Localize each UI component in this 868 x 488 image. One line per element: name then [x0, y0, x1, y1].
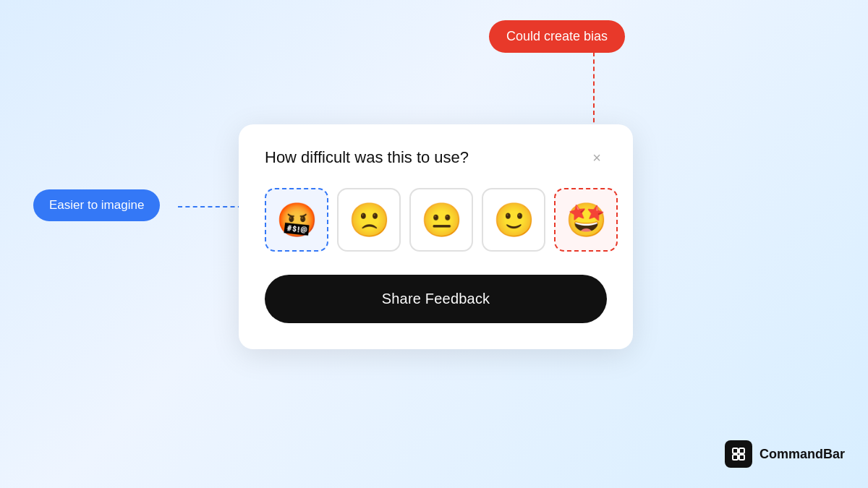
share-feedback-button[interactable]: Share Feedback: [265, 275, 607, 323]
imagine-bubble-label: Easier to imagine: [49, 198, 144, 212]
commandbar-name: CommandBar: [760, 447, 845, 462]
emoji-option-very-easy[interactable]: 🤩: [554, 188, 618, 252]
close-button[interactable]: ×: [587, 147, 607, 168]
bias-bubble: Could create bias: [489, 20, 625, 53]
commandbar-logo: CommandBar: [725, 440, 845, 468]
emoji-options-row: 🤬 🙁 😐 🙂 🤩: [265, 188, 607, 252]
svg-rect-1: [739, 448, 744, 453]
svg-rect-2: [733, 455, 738, 460]
emoji-option-neutral[interactable]: 😐: [409, 188, 473, 252]
bias-bubble-label: Could create bias: [506, 29, 608, 43]
svg-rect-0: [733, 448, 738, 453]
feedback-dialog: How difficult was this to use? × 🤬 🙁 😐 🙂…: [239, 124, 633, 349]
emoji-option-very-difficult[interactable]: 🤬: [265, 188, 328, 252]
emoji-option-difficult[interactable]: 🙁: [337, 188, 401, 252]
imagine-bubble: Easier to imagine: [33, 189, 160, 221]
dialog-title: How difficult was this to use?: [265, 148, 469, 167]
svg-rect-3: [739, 455, 744, 460]
emoji-option-easy[interactable]: 🙂: [482, 188, 545, 252]
dialog-header: How difficult was this to use? ×: [265, 147, 607, 168]
commandbar-icon: [725, 440, 752, 468]
